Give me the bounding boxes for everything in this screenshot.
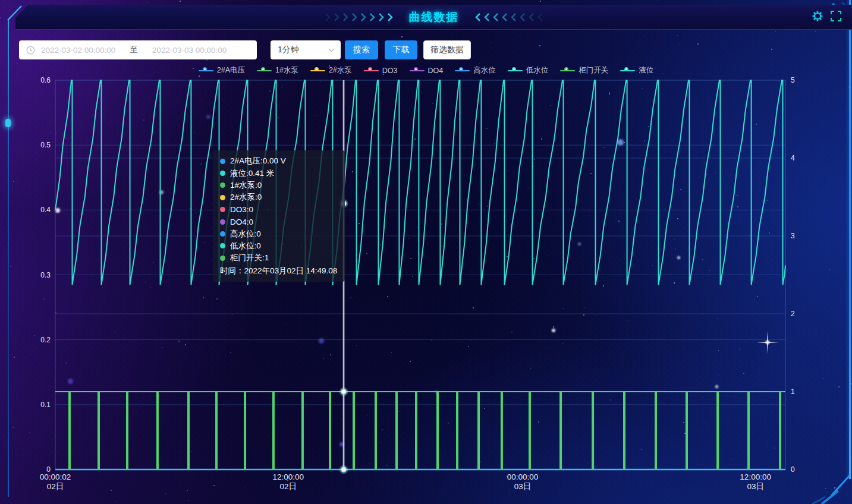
- tooltip-series-dot: [220, 207, 225, 212]
- tooltip-series-dot: [220, 219, 225, 225]
- x-axis-tick-12:00:00-02日: 12:00:0002日: [250, 472, 327, 492]
- x-axis-tick-12:00:00-03日: 12:00:0003日: [717, 472, 794, 492]
- tooltip-series-dot: [220, 159, 225, 164]
- tooltip-row-text: 高水位:0: [230, 229, 261, 240]
- x-axis-tick-00:00:02-02日: 00:00:0202日: [17, 472, 94, 492]
- tooltip-row-2#水泵: 2#水泵:0: [220, 191, 338, 203]
- tooltip-series-dot: [220, 231, 225, 237]
- tooltip-row-text: 1#水泵:0: [230, 180, 262, 191]
- tooltip-row-液位: 液位:0.41 米: [220, 167, 338, 179]
- tooltip-row-text: 柜门开关:1: [230, 253, 269, 263]
- tooltip-row-text: DO4:0: [230, 218, 253, 226]
- tooltip-row-text: 2#水泵:0: [230, 192, 262, 203]
- tooltip-series-dot: [220, 256, 225, 261]
- y-left-tick-0.3: 0.3: [20, 271, 51, 279]
- tooltip-row-text: 低水位:0: [230, 241, 261, 251]
- crosshair-marker-柜门开关: [341, 389, 347, 395]
- x-axis-tick-00:00:00-03日: 00:00:0003日: [484, 472, 561, 492]
- tooltip-row-text: 2#A电压:0.00 V: [230, 156, 286, 166]
- series-line-柜门开关: [55, 392, 785, 470]
- tooltip-series-dot: [220, 195, 225, 200]
- y-left-tick-0.4: 0.4: [20, 206, 51, 214]
- y-left-tick-0.1: 0.1: [20, 401, 51, 409]
- y-right-tick-5: 5: [791, 76, 809, 84]
- tooltip-row-柜门开关: 柜门开关:1: [220, 252, 338, 264]
- tooltip-row-DO3: DO3:0: [220, 204, 338, 216]
- tooltip-row-低水位: 低水位:0: [220, 240, 338, 252]
- chart-canvas[interactable]: [0, 0, 852, 504]
- y-right-tick-3: 3: [791, 232, 809, 240]
- tooltip-row-text: 液位:0.41 米: [230, 168, 274, 179]
- series-line-液位: [55, 80, 785, 285]
- tooltip-series-dot: [220, 182, 225, 188]
- tooltip-time: 时间：2022年03月02日 14:49.08: [220, 266, 338, 276]
- tooltip-row-2#A电压: 2#A电压:0.00 V: [220, 155, 338, 167]
- crosshair-marker-baseline: [341, 467, 347, 472]
- curve-chart[interactable]: 00.10.20.30.40.50.601234500:00:0202日12:0…: [0, 0, 852, 504]
- tooltip-row-DO4: DO4:0: [220, 216, 338, 228]
- tooltip-row-text: DO3:0: [230, 205, 253, 214]
- tooltip-series-dot: [220, 171, 225, 176]
- y-left-tick-0.6: 0.6: [20, 76, 51, 84]
- tooltip-row-高水位: 高水位:0: [220, 228, 338, 240]
- tooltip-row-1#水泵: 1#水泵:0: [220, 179, 338, 191]
- chart-tooltip: 2#A电压:0.00 V液位:0.41 米1#水泵:02#水泵:0DO3:0DO…: [213, 150, 345, 282]
- tooltip-series-dot: [220, 243, 225, 248]
- y-right-tick-2: 2: [791, 310, 809, 318]
- y-left-tick-0.2: 0.2: [20, 336, 51, 344]
- y-right-tick-4: 4: [791, 154, 809, 162]
- y-left-tick-0.5: 0.5: [20, 141, 51, 149]
- y-right-tick-1: 1: [791, 388, 809, 396]
